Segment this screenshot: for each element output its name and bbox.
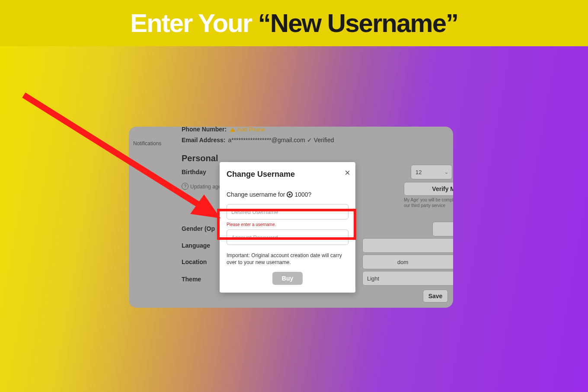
change-username-modal: × Change Username Change username for 10… — [220, 162, 355, 293]
desired-username-input[interactable] — [227, 204, 348, 220]
save-label: Save — [428, 293, 443, 300]
banner-text-part1: Enter Your — [130, 9, 258, 38]
language-select[interactable]: ⌄ — [362, 238, 453, 253]
birthday-day-value: 12 — [415, 169, 422, 175]
location-value: dom — [397, 259, 408, 265]
instruction-banner: Enter Your “New Username” — [0, 0, 588, 46]
banner-text-part2: “New Username” — [258, 9, 458, 38]
close-icon[interactable]: × — [345, 168, 350, 178]
email-verified: Verified — [314, 137, 334, 143]
theme-label: Theme — [182, 276, 201, 283]
modal-note: Important: Original account creation dat… — [227, 252, 348, 266]
personal-heading: Personal — [182, 153, 218, 163]
location-select[interactable]: dom ⌄ — [362, 255, 453, 269]
info-icon: ? — [182, 183, 189, 190]
email-row: Email Address: a*****************@gmail.… — [182, 137, 453, 143]
robux-icon — [286, 190, 294, 199]
gender-option[interactable] — [432, 222, 453, 236]
location-label: Location — [182, 258, 207, 265]
warning-icon — [229, 127, 237, 133]
save-button[interactable]: Save — [423, 290, 448, 303]
birthday-label: Birthday — [182, 169, 206, 175]
theme-value: Light — [367, 275, 379, 282]
check-icon: ✓ — [307, 137, 312, 143]
modal-title: Change Username — [227, 170, 348, 179]
modal-question: Change username for 1000? — [227, 191, 348, 198]
buy-label: Buy — [282, 275, 293, 282]
language-label: Language — [182, 242, 210, 249]
add-phone-link[interactable]: Add Phone — [237, 127, 265, 133]
email-label: Email Address: — [182, 137, 225, 143]
email-value: a*****************@gmail.com — [228, 137, 305, 143]
phone-row: Phone Number: Add Phone — [182, 127, 453, 133]
modal-cost: 1000? — [294, 191, 311, 198]
verify-age-label: Verify My Age — [432, 185, 453, 192]
buy-button[interactable]: Buy — [272, 272, 303, 285]
updating-age-text: Updating age — [190, 184, 221, 190]
chevron-down-icon: ⌄ — [444, 169, 448, 175]
phone-label: Phone Number: — [182, 127, 227, 133]
username-error: Please enter a username. — [227, 222, 348, 227]
account-password-input[interactable] — [227, 229, 348, 245]
theme-select[interactable]: Light ⌄ — [362, 271, 453, 286]
gender-label: Gender (Op — [182, 225, 215, 232]
modal-question-prefix: Change username for — [227, 191, 285, 198]
sidebar-item-notifications[interactable]: Notifications — [133, 140, 161, 147]
verify-note: My Age' you will be completing an ID ope… — [404, 197, 453, 208]
birthday-day-select[interactable]: 12 ⌄ — [411, 165, 452, 179]
banner-text: Enter Your “New Username” — [130, 8, 458, 38]
verify-age-button[interactable]: Verify My Age — [404, 182, 453, 196]
